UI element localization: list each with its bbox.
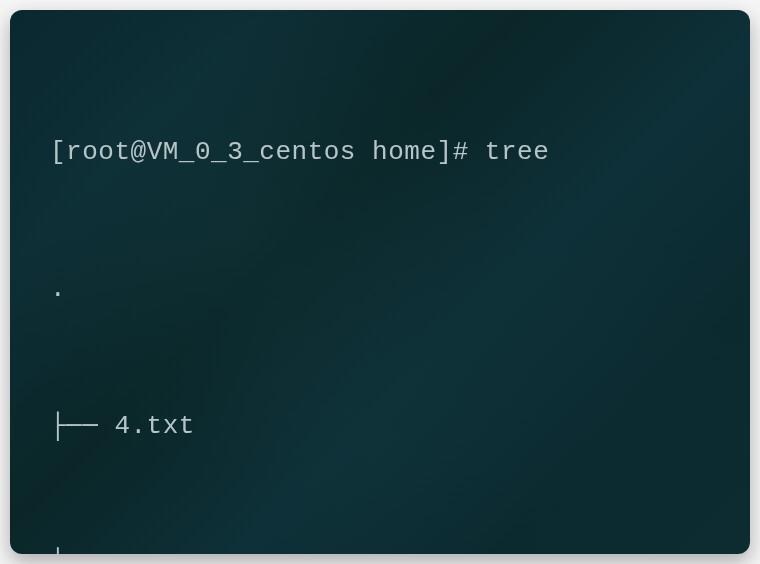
tree-root: . (50, 267, 710, 311)
prompt-space2 (469, 137, 485, 167)
command-text: tree (485, 137, 549, 167)
prompt-cwd: home (372, 137, 436, 167)
prompt-symbol: # (453, 137, 469, 167)
terminal-window[interactable]: [root@VM_0_3_centos home]# tree . ├── 4.… (10, 10, 750, 554)
prompt-space (356, 137, 372, 167)
shell-prompt-line: [root@VM_0_3_centos home]# tree (50, 130, 710, 174)
prompt-at: @ (131, 137, 147, 167)
prompt-open: [ (50, 137, 66, 167)
tree-line: ├── 4.txt (50, 404, 710, 448)
prompt-host: VM_0_3_centos (147, 137, 356, 167)
tree-line: └── a (50, 540, 710, 554)
terminal-content: [root@VM_0_3_centos home]# tree . ├── 4.… (50, 42, 710, 554)
prompt-user: root (66, 137, 130, 167)
prompt-close: ] (437, 137, 453, 167)
